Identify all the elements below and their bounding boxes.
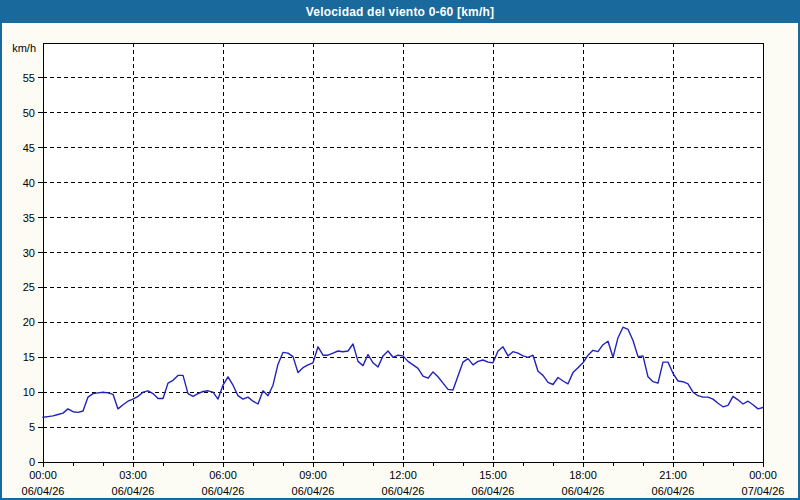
y-tick-label: 20 (23, 316, 35, 328)
y-tick-label: 30 (23, 247, 35, 259)
x-tick-date-label: 06/04/26 (202, 485, 245, 497)
y-tick-label: 35 (23, 212, 35, 224)
y-tick-label: 55 (23, 72, 35, 84)
x-tick-time-label: 15:00 (479, 469, 507, 481)
x-tick-time-label: 18:00 (569, 469, 597, 481)
y-tick-label: 5 (29, 421, 35, 433)
x-tick-date-label: 07/04/26 (742, 485, 785, 497)
x-tick-time-label: 03:00 (119, 469, 147, 481)
y-tick-label: 40 (23, 177, 35, 189)
x-tick-date-label: 06/04/26 (292, 485, 335, 497)
y-tick-label: 0 (29, 456, 35, 468)
x-tick-date-label: 06/04/26 (22, 485, 65, 497)
y-tick-label: 10 (23, 386, 35, 398)
x-tick-date-label: 06/04/26 (562, 485, 605, 497)
x-tick-time-label: 12:00 (389, 469, 417, 481)
x-tick-time-label: 00:00 (29, 469, 57, 481)
x-tick-time-label: 06:00 (209, 469, 237, 481)
y-tick-label: 25 (23, 281, 35, 293)
x-tick-time-label: 00:00 (749, 469, 777, 481)
x-tick-date-label: 06/04/26 (112, 485, 155, 497)
wind-speed-chart: 0510152025303540455055km/h00:0006/04/260… (2, 2, 800, 500)
x-tick-date-label: 06/04/26 (382, 485, 425, 497)
y-tick-label: 50 (23, 107, 35, 119)
x-tick-time-label: 21:00 (659, 469, 687, 481)
y-tick-label: 15 (23, 351, 35, 363)
y-tick-label: 45 (23, 142, 35, 154)
y-axis-unit-label: km/h (12, 42, 36, 54)
x-tick-date-label: 06/04/26 (472, 485, 515, 497)
x-tick-date-label: 06/04/26 (652, 485, 695, 497)
x-tick-time-label: 09:00 (299, 469, 327, 481)
app-window: Velocidad del viento 0-60 [km/h] 0510152… (0, 0, 800, 500)
